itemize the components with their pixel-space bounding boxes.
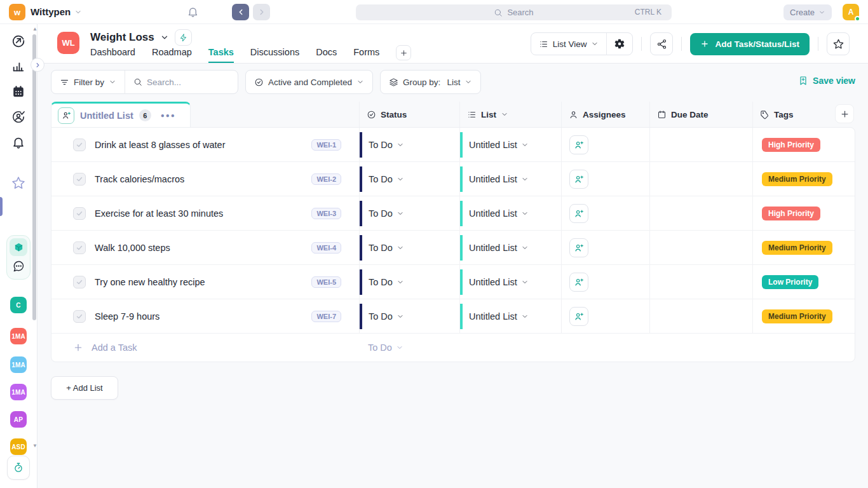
- quick-jump-icon[interactable]: [11, 33, 26, 48]
- workspace-avatar[interactable]: 1MA: [10, 328, 27, 344]
- create-button[interactable]: Create: [783, 4, 832, 20]
- sidebar-scrollbar[interactable]: [32, 34, 36, 320]
- workspace-logo[interactable]: w: [9, 4, 25, 20]
- due-date-cell[interactable]: [649, 299, 752, 333]
- time-tracker-button[interactable]: [7, 456, 30, 480]
- filter-by-dropdown[interactable]: Filter by: [51, 78, 125, 87]
- status-cell[interactable]: To Do: [359, 231, 459, 264]
- column-header-due-date[interactable]: Due Date: [649, 102, 752, 127]
- nav-forward-button[interactable]: [253, 4, 270, 20]
- share-button[interactable]: [650, 32, 673, 55]
- task-checkbox[interactable]: [73, 276, 86, 288]
- status-cell[interactable]: To Do: [359, 299, 459, 333]
- task-checkbox[interactable]: [73, 241, 86, 254]
- global-search-bar[interactable]: Search CTRL K: [356, 4, 672, 20]
- workspace-avatar[interactable]: ASD: [10, 438, 27, 455]
- list-tab[interactable]: Untitled List 6 ●●●: [51, 102, 191, 127]
- my-tasks-icon[interactable]: [11, 109, 26, 125]
- task-checkbox[interactable]: [73, 207, 86, 220]
- list-cell[interactable]: Untitled List: [459, 299, 561, 333]
- due-date-cell[interactable]: [649, 162, 752, 196]
- list-cell[interactable]: Untitled List: [459, 162, 561, 196]
- save-view-button[interactable]: Save view: [798, 76, 855, 86]
- add-assignee-button[interactable]: [569, 135, 588, 154]
- workspace-avatar[interactable]: AP: [10, 411, 27, 428]
- task-checkbox[interactable]: [73, 310, 86, 323]
- task-title[interactable]: Sleep 7-9 hours: [95, 311, 311, 322]
- tab-roadmap[interactable]: Roadmap: [152, 47, 192, 63]
- list-cell[interactable]: Untitled List: [459, 128, 561, 161]
- view-selector-dropdown[interactable]: List View: [531, 39, 607, 49]
- add-assignee-button[interactable]: [569, 170, 588, 189]
- list-cell[interactable]: Untitled List: [459, 196, 561, 230]
- scroll-down-arrow[interactable]: ▼: [32, 444, 37, 449]
- add-tab-button[interactable]: [396, 45, 411, 60]
- column-header-status[interactable]: Status: [359, 102, 459, 127]
- add-column-button[interactable]: [835, 104, 854, 123]
- due-date-cell[interactable]: [649, 265, 752, 299]
- sidebar-expand-button[interactable]: [31, 58, 44, 72]
- priority-tag[interactable]: Low Priority: [762, 275, 818, 289]
- favorites-star-icon[interactable]: [11, 175, 26, 191]
- add-assignee-button[interactable]: [569, 307, 588, 326]
- priority-tag[interactable]: High Priority: [762, 207, 820, 220]
- priority-tag[interactable]: Medium Priority: [762, 172, 832, 186]
- tab-tasks[interactable]: Tasks: [208, 47, 234, 63]
- tab-forms[interactable]: Forms: [353, 47, 379, 63]
- add-task-status-dropdown[interactable]: To Do: [368, 342, 403, 353]
- nav-back-button[interactable]: [232, 4, 249, 20]
- status-cell[interactable]: To Do: [359, 265, 459, 299]
- active-project-cube-icon[interactable]: [10, 238, 27, 256]
- scroll-up-arrow[interactable]: ▲: [32, 27, 37, 32]
- list-share-button[interactable]: [58, 107, 74, 124]
- add-assignee-button[interactable]: [569, 238, 588, 257]
- status-cell[interactable]: To Do: [359, 128, 459, 161]
- add-assignee-button[interactable]: [569, 273, 588, 292]
- chevron-down-icon[interactable]: [160, 33, 169, 42]
- priority-tag[interactable]: Medium Priority: [762, 241, 832, 255]
- add-task-row[interactable]: Add a Task: [73, 342, 137, 353]
- task-title[interactable]: Walk 10,000 steps: [95, 243, 311, 253]
- list-cell[interactable]: Untitled List: [459, 231, 561, 264]
- status-filter-dropdown[interactable]: Active and Completed: [246, 78, 372, 87]
- due-date-cell[interactable]: [649, 196, 752, 230]
- due-date-cell[interactable]: [649, 128, 752, 161]
- add-assignee-button[interactable]: [569, 204, 588, 223]
- tab-dashboard[interactable]: Dashboard: [90, 47, 135, 63]
- favorite-project-button[interactable]: [827, 32, 850, 55]
- status-cell[interactable]: To Do: [359, 162, 459, 196]
- analytics-icon[interactable]: [11, 58, 26, 74]
- priority-tag[interactable]: Medium Priority: [762, 309, 832, 323]
- tab-discussions[interactable]: Discussions: [250, 47, 299, 63]
- project-title[interactable]: Weight Loss: [90, 31, 154, 44]
- task-search-field[interactable]: [125, 78, 238, 87]
- list-name[interactable]: Untitled List: [80, 111, 133, 121]
- list-menu-button[interactable]: ●●●: [161, 112, 176, 119]
- column-header-list[interactable]: List: [459, 102, 561, 127]
- task-search-input[interactable]: [147, 78, 229, 87]
- list-cell[interactable]: Untitled List: [459, 265, 561, 299]
- workspace-switcher[interactable]: Wittypen: [31, 6, 82, 17]
- calendar-icon[interactable]: [11, 84, 26, 99]
- task-checkbox[interactable]: [73, 139, 86, 151]
- view-settings-gear-icon[interactable]: [607, 33, 632, 55]
- column-header-assignees[interactable]: Assignees: [561, 102, 649, 127]
- add-list-button[interactable]: + Add List: [51, 376, 118, 400]
- workspace-avatar[interactable]: 1MA: [10, 356, 27, 373]
- task-title[interactable]: Drink at least 8 glasses of water: [95, 140, 311, 150]
- task-title[interactable]: Try one new healthy recipe: [95, 277, 311, 287]
- priority-tag[interactable]: High Priority: [762, 138, 820, 152]
- task-checkbox[interactable]: [73, 173, 86, 186]
- user-avatar[interactable]: A: [843, 4, 859, 20]
- task-title[interactable]: Exercise for at least 30 minutes: [95, 208, 311, 219]
- due-date-cell[interactable]: [649, 231, 752, 264]
- workspace-avatar[interactable]: C: [10, 297, 27, 313]
- group-by-dropdown[interactable]: Group by: List: [381, 78, 480, 87]
- project-avatar[interactable]: WL: [57, 32, 79, 54]
- status-cell[interactable]: To Do: [359, 196, 459, 230]
- task-title[interactable]: Track calories/macros: [95, 174, 311, 184]
- add-task-status-list-button[interactable]: Add Task/Status/List: [690, 33, 810, 55]
- notifications-icon[interactable]: [11, 135, 26, 150]
- tab-docs[interactable]: Docs: [316, 47, 337, 63]
- workspace-avatar[interactable]: 1MA: [10, 384, 27, 400]
